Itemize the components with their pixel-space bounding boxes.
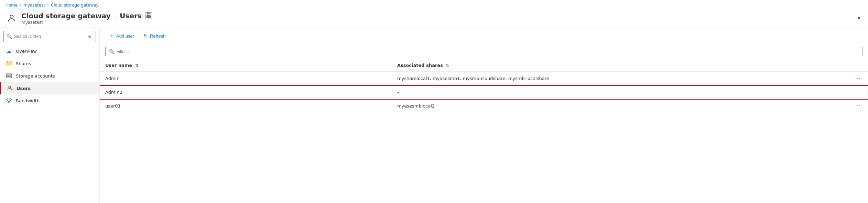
nav-label-shares: Shares — [16, 61, 94, 66]
svg-point-4 — [147, 16, 148, 17]
row-menu-user01[interactable]: ··· — [853, 102, 862, 110]
filter-icon: 🔍 — [109, 49, 115, 54]
shares-sort-icon[interactable]: ⇅ — [446, 63, 449, 68]
cell-actions-user01[interactable]: ··· — [822, 99, 868, 113]
refresh-icon: ↻ — [144, 33, 148, 39]
title-pipe: | — [114, 12, 117, 20]
main-layout: 🔍 « ☁ Overview 📁 Shares — [0, 28, 868, 203]
close-button[interactable]: ✕ — [856, 14, 862, 22]
folder-icon: 📁 — [6, 60, 12, 67]
add-user-label: Add user — [116, 33, 134, 39]
svg-rect-6 — [7, 75, 12, 77]
section-name: Users — [120, 12, 141, 20]
breadcrumb: Home › myasetest › Cloud storage gateway — [0, 0, 868, 10]
svg-rect-1 — [147, 13, 150, 15]
print-button[interactable] — [145, 12, 152, 19]
user-nav-icon — [6, 85, 13, 92]
svg-rect-3 — [148, 16, 149, 17]
filter-input-wrapper[interactable]: 🔍 — [105, 47, 862, 56]
page-header: Cloud storage gateway | Users myasetest … — [0, 10, 868, 28]
wifi-icon — [6, 97, 12, 104]
table-row[interactable]: user01 myasesmblocal2 ··· — [100, 99, 868, 113]
breadcrumb-sep1: › — [20, 3, 21, 8]
sidebar-item-overview[interactable]: ☁ Overview — [0, 45, 99, 57]
refresh-button[interactable]: ↻ Refresh — [140, 31, 170, 41]
toolbar: ＋ Add user ↻ Refresh — [100, 28, 868, 44]
resource-name: Cloud storage gateway — [21, 12, 111, 20]
username-col-label: User name — [105, 63, 132, 68]
cell-username-user01: user01 — [100, 99, 392, 113]
cell-shares-user01: myasesmblocal2 — [392, 99, 822, 113]
sidebar: 🔍 « ☁ Overview 📁 Shares — [0, 28, 100, 203]
header-title-group: Cloud storage gateway | Users myasetest — [21, 12, 862, 25]
nav-label-users: Users — [17, 86, 94, 91]
breadcrumb-sep2: › — [47, 3, 49, 8]
filter-bar: 🔍 — [100, 44, 868, 59]
users-table-container: User name ⇅ Associated shares ⇅ — [100, 59, 868, 203]
cell-username-admin: Admin — [100, 72, 392, 85]
col-header-shares[interactable]: Associated shares ⇅ — [392, 59, 822, 72]
col-header-actions — [822, 59, 868, 72]
refresh-label: Refresh — [150, 33, 166, 39]
row-menu-admin2[interactable]: ··· — [853, 88, 862, 96]
cloud-icon: ☁ — [6, 48, 12, 54]
svg-point-8 — [9, 86, 11, 88]
cell-actions-admin[interactable]: ··· — [822, 72, 868, 85]
search-box[interactable]: 🔍 « — [3, 31, 96, 42]
user-icon — [6, 12, 18, 24]
cell-shares-admin: mysharelocal1, myasesmb1, mysmb-cloudsha… — [392, 72, 822, 85]
sidebar-item-bandwidth[interactable]: Bandwidth — [0, 94, 99, 107]
storage-icon — [6, 72, 12, 79]
add-user-button[interactable]: ＋ Add user — [105, 31, 138, 41]
col-header-username[interactable]: User name ⇅ — [100, 59, 392, 72]
search-input[interactable] — [14, 34, 85, 39]
nav-label-overview: Overview — [16, 49, 94, 54]
nav-label-bandwidth: Bandwidth — [16, 98, 94, 103]
page-title: Cloud storage gateway | Users — [21, 12, 862, 20]
cell-actions-admin2[interactable]: ··· — [822, 85, 868, 99]
breadcrumb-home[interactable]: Home — [6, 3, 18, 8]
sidebar-item-users[interactable]: Users — [0, 82, 99, 94]
cell-username-admin2: Admin2 — [100, 85, 392, 99]
table-row[interactable]: Admin2 - ··· — [100, 85, 868, 99]
table-row[interactable]: Admin mysharelocal1, myasesmb1, mysmb-cl… — [100, 72, 868, 85]
username-sort-icon[interactable]: ⇅ — [135, 63, 138, 68]
add-icon: ＋ — [109, 33, 114, 39]
svg-rect-5 — [7, 74, 12, 75]
breadcrumb-current[interactable]: Cloud storage gateway — [51, 3, 99, 8]
svg-point-0 — [10, 15, 13, 18]
svg-rect-7 — [7, 77, 12, 78]
svg-point-9 — [9, 102, 9, 103]
collapse-button[interactable]: « — [87, 32, 93, 40]
sidebar-item-storage-accounts[interactable]: Storage accounts — [0, 70, 99, 82]
table-header-row: User name ⇅ Associated shares ⇅ — [100, 59, 868, 72]
cell-shares-admin2: - — [392, 85, 822, 99]
content-area: ＋ Add user ↻ Refresh 🔍 — [100, 28, 868, 203]
resource-subtitle: myasetest — [21, 20, 862, 25]
search-icon: 🔍 — [7, 34, 12, 39]
sidebar-item-shares[interactable]: 📁 Shares — [0, 57, 99, 70]
row-menu-admin[interactable]: ··· — [853, 74, 862, 82]
nav-label-storage-accounts: Storage accounts — [16, 73, 94, 79]
breadcrumb-myasetest[interactable]: myasetest — [23, 3, 45, 8]
filter-input[interactable] — [117, 49, 859, 54]
users-table: User name ⇅ Associated shares ⇅ — [100, 59, 868, 113]
shares-col-label: Associated shares — [397, 63, 443, 68]
